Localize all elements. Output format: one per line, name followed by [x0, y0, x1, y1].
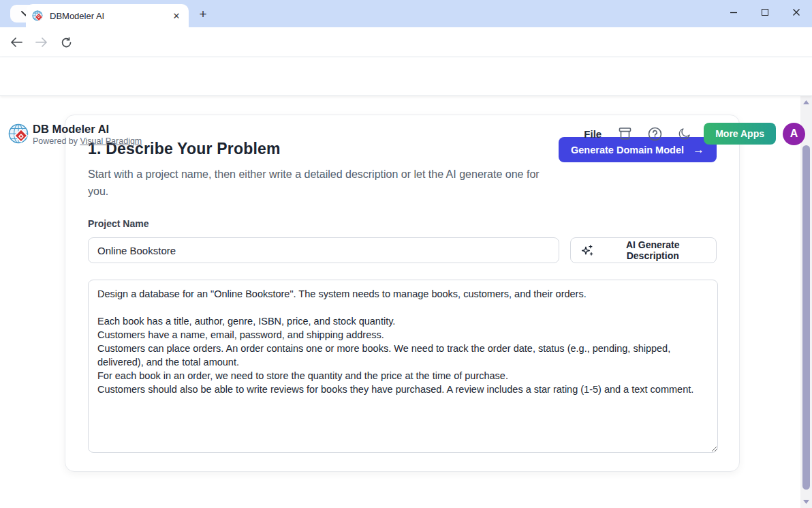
app-title: DB Modeler AI: [33, 123, 109, 136]
vp-favicon-icon: [32, 10, 44, 22]
ai-generate-button-label: AI Generate Description: [599, 239, 706, 261]
back-arrow-icon: [10, 38, 22, 47]
browser-toolbar: ai-toolbox.visual-paradigm.com/app/dbmod…: [0, 27, 812, 57]
browser-tab-strip: DBModeler AI ✕ +: [0, 0, 812, 27]
page-scrollbar[interactable]: [800, 96, 812, 508]
project-name-input[interactable]: [88, 237, 559, 263]
window-close-button[interactable]: [781, 0, 812, 25]
projects-button[interactable]: [610, 122, 640, 145]
scrollbar-thumb[interactable]: [802, 145, 810, 490]
ai-generate-description-button[interactable]: AI Generate Description: [570, 237, 717, 263]
describe-problem-card: 1. Describe Your Problem Start with a pr…: [65, 115, 740, 472]
archive-box-icon: [618, 127, 632, 140]
app-header: DB Modeler AI Powered by Visual Paradigm…: [0, 57, 812, 96]
close-icon: [792, 8, 800, 16]
maximize-icon: [762, 9, 768, 16]
reload-icon: [61, 37, 72, 48]
header-actions: File More Apps A: [576, 121, 805, 147]
back-button[interactable]: [7, 33, 26, 52]
powered-by-text: Powered by Visual Paradigm: [33, 136, 142, 146]
more-apps-button[interactable]: More Apps: [704, 123, 776, 145]
help-button[interactable]: [640, 122, 670, 145]
sparkles-icon: [581, 244, 594, 257]
new-tab-button[interactable]: +: [195, 6, 211, 23]
scroll-up-arrow-icon: [803, 100, 809, 104]
app-user-avatar[interactable]: A: [783, 123, 805, 145]
help-icon: [648, 127, 662, 141]
project-name-label: Project Name: [88, 218, 717, 229]
project-name-row: AI Generate Description: [88, 237, 717, 263]
app-logo-icon: [8, 123, 30, 145]
tab-title: DBModeler AI: [50, 11, 170, 21]
browser-tab[interactable]: DBModeler AI ✕: [26, 4, 189, 27]
window-minimize-button[interactable]: [718, 0, 749, 25]
forward-button[interactable]: [32, 33, 51, 52]
tab-close-icon[interactable]: ✕: [170, 10, 183, 22]
problem-description-textarea[interactable]: Design a database for an "Online Booksto…: [88, 280, 718, 453]
section-subheading: Start with a project name, then either w…: [88, 166, 558, 200]
scroll-down-button[interactable]: [800, 497, 812, 507]
reload-button[interactable]: [57, 33, 76, 52]
visual-paradigm-link[interactable]: Visual Paradigm: [80, 136, 142, 146]
dark-mode-toggle[interactable]: [670, 122, 700, 145]
forward-arrow-icon: [35, 38, 48, 47]
scroll-down-arrow-icon: [803, 500, 809, 504]
moon-icon: [678, 127, 691, 140]
powered-by-prefix: Powered by: [33, 136, 80, 146]
page-content: 1. Describe Your Problem Start with a pr…: [0, 96, 800, 508]
scroll-up-button[interactable]: [800, 98, 812, 107]
window-maximize-button[interactable]: [749, 0, 781, 25]
window-controls: [718, 0, 812, 25]
file-menu[interactable]: File: [576, 124, 610, 144]
minimize-icon: [730, 8, 738, 16]
